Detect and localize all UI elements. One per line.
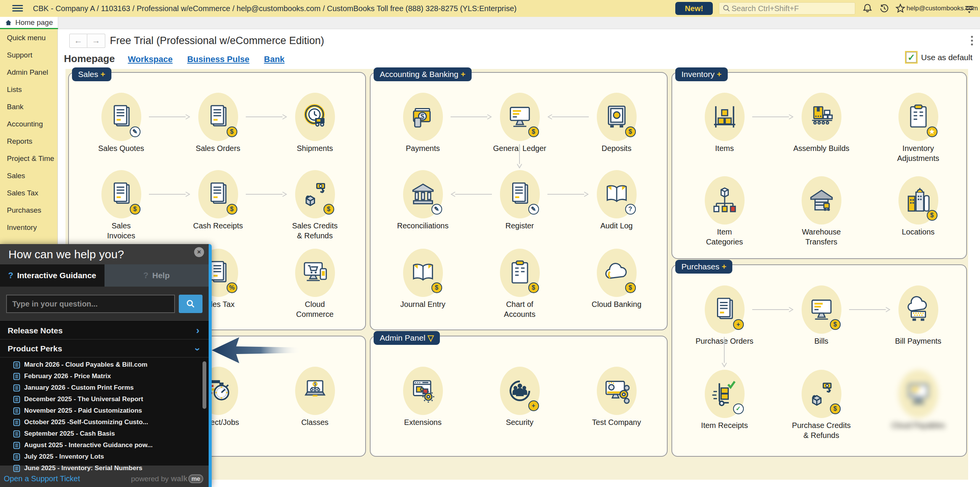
article-june-2025-inventory-serial-numbers[interactable]: June 2025 - Inventory: Serial Numbers bbox=[0, 462, 209, 474]
overflow-menu-icon[interactable] bbox=[964, 4, 975, 15]
dollar-badge-icon: $ bbox=[830, 403, 841, 414]
article-icon bbox=[13, 453, 20, 461]
panel-item-sales-quotes[interactable]: ✎ Sales Quotes bbox=[73, 93, 170, 153]
help-title: How can we help you? bbox=[0, 244, 209, 264]
article-october-2025-self-customizing-custo[interactable]: October 2025 -Self-Customizing Custo... bbox=[0, 416, 209, 428]
panel-item-security[interactable]: + Security bbox=[471, 367, 568, 427]
new-badge[interactable]: New! bbox=[675, 2, 713, 15]
panel-item-cloud-commerce[interactable]: Cloud Commerce bbox=[266, 249, 363, 319]
cloud-icon: $ bbox=[597, 249, 637, 297]
panel-header-inventory[interactable]: Inventory+ bbox=[675, 67, 728, 81]
sidebar-item-sales-tax[interactable]: Sales Tax bbox=[0, 184, 57, 202]
help-question-input[interactable] bbox=[6, 295, 175, 313]
chevron-right-icon: › bbox=[196, 321, 199, 339]
open-support-ticket-link[interactable]: Open a Support Ticket bbox=[4, 474, 80, 483]
sidebar-item-bank[interactable]: Bank bbox=[0, 98, 57, 115]
article-january-2026-custom-print-forms[interactable]: January 2026 - Custom Print Forms bbox=[0, 382, 209, 394]
sidebar-item-reports[interactable]: Reports bbox=[0, 133, 57, 150]
panel-item-items[interactable]: Items bbox=[676, 93, 773, 153]
panel-item-cash-receipts[interactable]: $ Cash Receipts bbox=[170, 170, 266, 231]
panel-header-sales[interactable]: Sales+ bbox=[72, 67, 111, 81]
article-icon bbox=[13, 419, 20, 426]
kebab-menu-icon[interactable] bbox=[970, 35, 973, 47]
panel-item-chart-of-accounts[interactable]: $ Chart of Accounts bbox=[471, 249, 568, 319]
section-product-perks[interactable]: Product Perks › bbox=[0, 339, 209, 357]
article-august-2025-interactive-guidance-pow[interactable]: August 2025 - Interactive Guidance pow..… bbox=[0, 439, 209, 451]
panel-item-test-company[interactable]: Test Company bbox=[568, 367, 665, 427]
view-link-workspace[interactable]: Workspace bbox=[128, 54, 173, 64]
panel-item-shipments[interactable]: Shipments bbox=[266, 93, 363, 153]
scrollbar-thumb[interactable] bbox=[203, 361, 206, 409]
panel-item-locations[interactable]: $ Locations bbox=[870, 176, 967, 237]
panel-header-purchases[interactable]: Purchases+ bbox=[675, 260, 732, 274]
help-search-button[interactable] bbox=[179, 295, 203, 313]
dollar-badge-icon: $ bbox=[130, 204, 140, 215]
panel-item-register[interactable]: ✎ Register bbox=[471, 170, 568, 231]
section-release-notes[interactable]: Release Notes › bbox=[0, 321, 209, 339]
article-september-2025-cash-basis[interactable]: September 2025 - Cash Basis bbox=[0, 428, 209, 439]
dollar-badge-icon: $ bbox=[227, 126, 237, 137]
dollar-badge-icon: $ bbox=[227, 204, 237, 215]
close-icon[interactable]: × bbox=[194, 247, 204, 257]
sidebar-item-admin-panel[interactable]: Admin Panel bbox=[0, 64, 57, 81]
panel-item-reconciliations[interactable]: ✎ Reconciliations bbox=[374, 170, 471, 231]
sidebar-item-inventory[interactable]: Inventory bbox=[0, 219, 57, 236]
gearmon-icon bbox=[597, 367, 637, 415]
panel-item-inventory-adjustments[interactable]: ★ Inventory Adjustments bbox=[870, 93, 967, 163]
panel-item-bill-payments[interactable]: Bill Payments bbox=[870, 285, 967, 346]
flow-arrow-down-icon bbox=[516, 143, 523, 169]
back-button[interactable]: ← bbox=[69, 34, 87, 48]
panel-item-sales-orders[interactable]: $ Sales Orders bbox=[170, 93, 266, 153]
panel-header-accounting[interactable]: Accounting & Banking+ bbox=[374, 67, 472, 81]
article-february-2026-price-matrix[interactable]: February 2026 - Price Matrix bbox=[0, 371, 209, 382]
article-november-2025-paid-customizations[interactable]: November 2025 - Paid Customizations bbox=[0, 405, 209, 416]
bell-icon[interactable] bbox=[862, 3, 873, 14]
view-link-business-pulse[interactable]: Business Pulse bbox=[187, 54, 250, 64]
panel-item-deposits[interactable]: $ Deposits bbox=[568, 93, 665, 153]
forward-button[interactable]: → bbox=[87, 34, 105, 48]
panel-item-purchase-credits-refunds[interactable]: $ Purchase Credits & Refunds bbox=[773, 370, 870, 440]
panel-item-payments[interactable]: Payments bbox=[374, 93, 471, 153]
panel-item-bills[interactable]: $ Bills bbox=[773, 285, 870, 346]
article-december-2025-the-universal-report[interactable]: December 2025 - The Universal Report bbox=[0, 394, 209, 405]
tab-interactive-guidance[interactable]: ? Interactive Guidance bbox=[0, 264, 105, 287]
panel-item-cloud-payables[interactable]: Cloud Payables bbox=[870, 370, 967, 430]
panel-header-admin[interactable]: Admin Panel▽ bbox=[374, 331, 440, 345]
panel-item-item-categories[interactable]: Item Categories bbox=[676, 176, 773, 247]
menu-icon[interactable] bbox=[12, 3, 23, 13]
panel-item-item-receipts[interactable]: ✓ Item Receipts bbox=[676, 370, 773, 430]
use-as-default-checkbox[interactable]: Use as default bbox=[906, 52, 972, 62]
panel-item-sales-invoices[interactable]: $ Sales Invoices bbox=[73, 170, 170, 241]
sidebar-item-support[interactable]: Support bbox=[0, 46, 57, 64]
panel-item-sales-credits-refunds[interactable]: $ Sales Credits & Refunds bbox=[266, 170, 363, 241]
history-icon[interactable] bbox=[879, 3, 890, 14]
panel-item-classes[interactable]: Classes bbox=[266, 367, 363, 427]
search-input[interactable] bbox=[731, 4, 846, 13]
sidebar-item-purchases[interactable]: Purchases bbox=[0, 202, 57, 219]
panel-item-extensions[interactable]: Extensions bbox=[374, 367, 471, 427]
sidebar-item-accounting[interactable]: Accounting bbox=[0, 115, 57, 133]
panel-item-audit-log[interactable]: ? Audit Log bbox=[568, 170, 665, 231]
global-search[interactable] bbox=[719, 2, 855, 15]
panel-item-assembly-builds[interactable]: Assembly Builds bbox=[773, 93, 870, 153]
tab-bar: Home page bbox=[0, 17, 980, 29]
checkbox-checked-icon[interactable] bbox=[906, 52, 916, 62]
tab-home-page[interactable]: Home page bbox=[0, 17, 58, 29]
view-link-bank[interactable]: Bank bbox=[264, 54, 285, 64]
monitor-icon bbox=[898, 370, 938, 418]
sidebar-item-quick-menu[interactable]: Quick menu bbox=[0, 29, 57, 46]
flow-arrow-right-icon bbox=[450, 113, 493, 120]
panel-item-cloud-banking[interactable]: $ Cloud Banking bbox=[568, 249, 665, 309]
panel-item-warehouse-transfers[interactable]: Warehouse Transfers bbox=[773, 176, 870, 247]
star-icon[interactable] bbox=[895, 3, 906, 14]
plus-badge-icon: + bbox=[733, 319, 744, 330]
panel-inventory: Inventory+ Items Assembly Builds ★ Inven… bbox=[671, 72, 967, 259]
article-july-2025-inventory-lots[interactable]: July 2025 - Inventory Lots bbox=[0, 451, 209, 462]
puzzle-icon bbox=[403, 367, 443, 415]
sidebar-item-lists[interactable]: Lists bbox=[0, 81, 57, 98]
tab-help[interactable]: ? Help bbox=[105, 264, 209, 287]
sidebar-item-project-time[interactable]: Project & Time bbox=[0, 150, 57, 167]
sidebar-item-sales[interactable]: Sales bbox=[0, 167, 57, 184]
article-march-2026-cloud-payables-bill-com[interactable]: March 2026 - Cloud Payables & Bill.com bbox=[0, 359, 209, 371]
panel-item-journal-entry[interactable]: $ Journal Entry bbox=[374, 249, 471, 309]
